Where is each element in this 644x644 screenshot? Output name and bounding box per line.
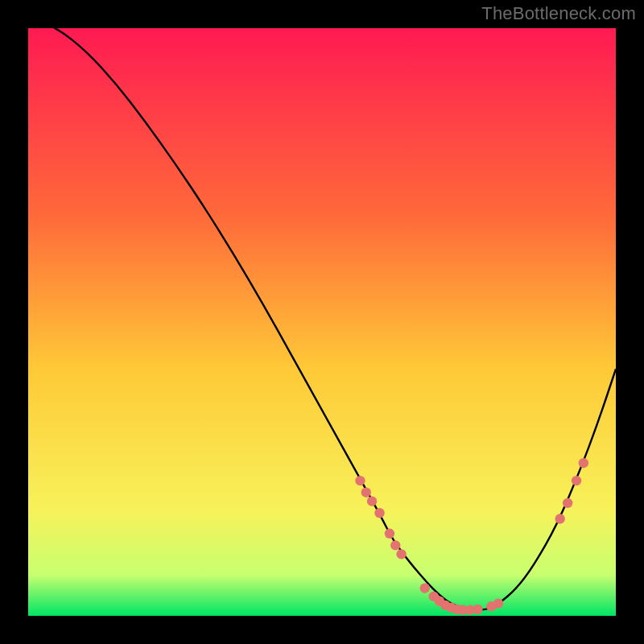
- attribution-text: TheBottleneck.com: [481, 3, 636, 24]
- chart-root: { "attribution": "TheBottleneck.com", "c…: [0, 0, 644, 644]
- curve-marker: [374, 508, 384, 518]
- curve-marker: [361, 488, 371, 497]
- curve-marker: [473, 605, 482, 614]
- chart-svg: [28, 28, 616, 616]
- curve-marker: [355, 476, 365, 485]
- gradient-background: [28, 28, 616, 616]
- curve-marker: [579, 458, 588, 468]
- curve-marker: [420, 583, 430, 592]
- curve-marker: [493, 598, 503, 608]
- curve-marker: [572, 476, 581, 485]
- curve-marker: [390, 540, 400, 550]
- plot-area: [28, 28, 616, 616]
- curve-marker: [563, 498, 572, 508]
- curve-marker: [555, 514, 564, 523]
- curve-marker: [367, 496, 377, 506]
- curve-marker: [385, 529, 394, 539]
- curve-marker: [396, 549, 406, 559]
